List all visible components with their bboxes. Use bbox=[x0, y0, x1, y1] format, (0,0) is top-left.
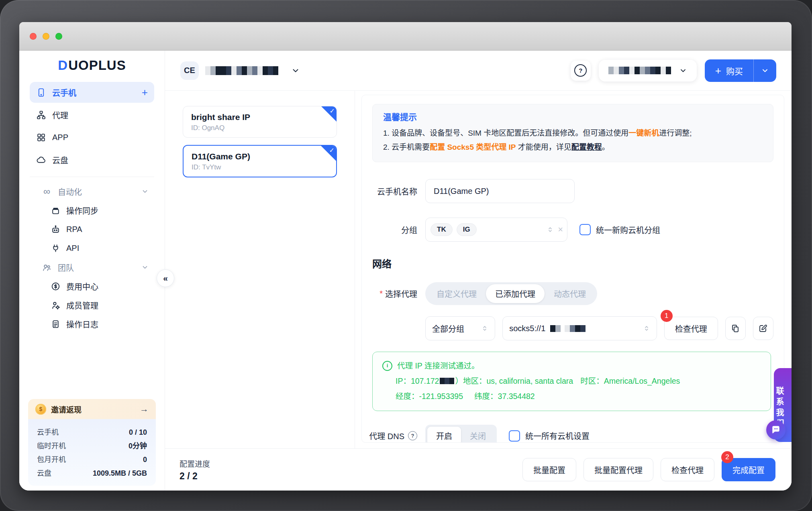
button-label: 批量配置代理 bbox=[594, 464, 643, 476]
zoom-window-button[interactable] bbox=[55, 33, 62, 40]
result-line-1: i 代理 IP 连接测试通过。 bbox=[382, 358, 761, 373]
device-name: D11(Game GP) bbox=[192, 152, 328, 161]
check-icon: ✓ bbox=[330, 107, 335, 115]
tips-text: 。 bbox=[602, 143, 610, 151]
checkbox-unify-dns[interactable] bbox=[509, 430, 520, 442]
app-window: DUOPLUS 云手机 + 代理 APP 云盘 bbox=[19, 22, 792, 491]
stat-row: 临时开机0分钟 bbox=[37, 439, 147, 453]
copy-proxy-button[interactable] bbox=[725, 317, 746, 340]
proxy-url-select[interactable]: socks5://1 bbox=[502, 316, 657, 340]
tab-added-proxy[interactable]: 已添加代理 bbox=[486, 284, 545, 303]
robot-icon bbox=[51, 224, 61, 234]
buy-dropdown-toggle[interactable] bbox=[754, 67, 776, 75]
check-icon: ✓ bbox=[329, 147, 335, 154]
help-button[interactable]: ? bbox=[571, 61, 591, 81]
tab-dynamic-proxy[interactable]: 动态代理 bbox=[545, 284, 595, 303]
window-titlebar bbox=[19, 22, 792, 51]
sidebar-item-member-management[interactable]: 成员管理 bbox=[19, 296, 165, 315]
clear-icon[interactable]: × bbox=[558, 225, 563, 234]
sidebar-item-label: 费用中心 bbox=[66, 281, 98, 292]
checkbox-unify-group[interactable] bbox=[579, 224, 591, 235]
buy-split-button[interactable]: + 购买 bbox=[705, 59, 776, 82]
workspace-chevron-down-icon[interactable] bbox=[291, 66, 300, 75]
sidebar-group-automation[interactable]: ∞ 自动化 bbox=[19, 182, 165, 201]
batch-config-button[interactable]: 批量配置 bbox=[522, 458, 576, 481]
group-tag[interactable]: IG bbox=[457, 223, 477, 236]
progress-value: 2 / 2 bbox=[180, 471, 210, 482]
network-section-title: 网络 bbox=[372, 256, 773, 270]
dns-help-icon[interactable]: ? bbox=[408, 431, 417, 440]
device-list-panel: bright share IP ID: OgnAQ ✓ D11(Game GP)… bbox=[165, 91, 355, 448]
sidebar-item-cloud-disk[interactable]: 云盘 bbox=[30, 149, 154, 170]
minimize-window-button[interactable] bbox=[43, 33, 49, 40]
phone-icon bbox=[36, 88, 46, 98]
sidebar-item-rpa[interactable]: RPA bbox=[19, 220, 165, 239]
dns-on-option[interactable]: 开启 bbox=[427, 427, 461, 443]
sidebar-item-label: 云手机 bbox=[52, 87, 76, 98]
batch-config-proxy-button[interactable]: 批量配置代理 bbox=[583, 458, 653, 481]
footer-buttons: 批量配置 批量配置代理 检查代理 2 完成配置 bbox=[522, 458, 775, 481]
invite-rebate-banner[interactable]: $ 邀请返现 → bbox=[28, 399, 156, 419]
tutorial-link[interactable]: 配置教程 bbox=[571, 143, 602, 151]
sidebar-item-cloud-phone[interactable]: 云手机 + bbox=[30, 82, 154, 103]
unify-group-option[interactable]: 统一新购云机分组 bbox=[579, 224, 660, 236]
proxy-type-label-text: 选择代理 bbox=[385, 288, 417, 299]
device-card-selected[interactable]: D11(Game GP) ID: TvYtw ✓ bbox=[183, 145, 337, 177]
config-area: 温馨提示 1. 设备品牌、设备型号、SIM 卡地区配置后无法直接修改。但可通过使… bbox=[355, 91, 792, 448]
checkbox-label: 统一所有云机设置 bbox=[525, 430, 590, 442]
proxy-group-filter-select[interactable]: 全部分组 bbox=[425, 316, 495, 340]
button-label: 完成配置 bbox=[732, 464, 765, 476]
stat-row: 云手机0 / 10 bbox=[37, 425, 147, 439]
tab-custom-proxy[interactable]: 自定义代理 bbox=[427, 284, 486, 303]
device-card[interactable]: bright share IP ID: OgnAQ ✓ bbox=[183, 106, 337, 138]
sidebar-item-operation-sync[interactable]: 操作同步 bbox=[19, 201, 165, 220]
tips-line-2: 2. 云手机需要配置 Socks5 类型代理 IP 才能使用，详见配置教程。 bbox=[383, 140, 763, 154]
add-cloud-phone-button[interactable]: + bbox=[142, 86, 148, 99]
sidebar-item-api[interactable]: API bbox=[19, 239, 165, 258]
account-chevron-down-icon bbox=[679, 67, 687, 75]
group-field-row: 分组 TK IG × 统一新购云机分组 bbox=[372, 218, 773, 242]
invite-rebate-label: 邀请返现 bbox=[51, 404, 82, 415]
check-proxy-footer-button[interactable]: 检查代理 bbox=[661, 458, 714, 481]
device-name-input[interactable]: D11(Game GP) bbox=[425, 179, 575, 203]
stat-label: 云盘 bbox=[37, 466, 51, 480]
sidebar-item-operation-log[interactable]: 操作日志 bbox=[19, 315, 165, 334]
group-tag[interactable]: TK bbox=[430, 223, 453, 236]
sidebar-item-label: API bbox=[66, 244, 79, 253]
dns-label-wrap: 代理 DNS ? bbox=[372, 430, 417, 442]
sidebar-group-team[interactable]: 团队 bbox=[19, 258, 165, 277]
edit-proxy-button[interactable] bbox=[753, 317, 773, 340]
dns-off-option[interactable]: 关闭 bbox=[461, 427, 495, 443]
step-badge-2: 2 bbox=[721, 451, 733, 463]
dollar-circle-icon bbox=[51, 281, 61, 291]
chevron-down-icon bbox=[141, 264, 149, 271]
quota-stats-panel: 云手机0 / 10 临时开机0分钟 包月开机0 云盘1009.5MB / 5GB bbox=[28, 419, 156, 486]
infinity-icon: ∞ bbox=[42, 187, 52, 196]
group-select-icons: × bbox=[547, 225, 563, 234]
sidebar-item-proxy[interactable]: 代理 bbox=[30, 104, 154, 125]
sidebar-nav: 云手机 + 代理 APP 云盘 bbox=[19, 80, 165, 172]
chat-button[interactable] bbox=[766, 420, 785, 440]
cloud-icon bbox=[36, 155, 46, 165]
check-proxy-button[interactable]: 1 检查代理 bbox=[664, 317, 718, 340]
device-id: ID: TvYtw bbox=[192, 163, 328, 171]
unify-dns-option[interactable]: 统一所有云机设置 bbox=[509, 430, 590, 442]
proxy-test-result-box: i 代理 IP 连接测试通过。 IP：107.172 ）地区：us, calif… bbox=[372, 352, 771, 411]
redacted-proxy-host bbox=[550, 325, 586, 332]
stat-row: 包月开机0 bbox=[37, 453, 147, 466]
finish-config-button[interactable]: 2 完成配置 bbox=[722, 458, 775, 481]
buy-button[interactable]: + 购买 bbox=[705, 65, 753, 77]
account-menu[interactable] bbox=[599, 60, 697, 81]
arrow-right-icon: → bbox=[140, 404, 149, 414]
chevron-down-icon bbox=[761, 67, 769, 75]
stat-value: 0分钟 bbox=[129, 439, 147, 453]
dns-label: 代理 DNS bbox=[369, 430, 404, 442]
group-select[interactable]: TK IG × bbox=[425, 218, 567, 242]
sidebar-item-label: RPA bbox=[66, 225, 82, 234]
collapse-panel-button[interactable]: « bbox=[157, 269, 174, 287]
result-region-text: ）地区：us, california, santa clara bbox=[455, 373, 573, 389]
result-status-text: 代理 IP 连接测试通过。 bbox=[397, 358, 479, 373]
sidebar-item-app[interactable]: APP bbox=[30, 127, 154, 148]
close-window-button[interactable] bbox=[30, 33, 37, 40]
sidebar-item-billing-center[interactable]: 费用中心 bbox=[19, 277, 165, 296]
